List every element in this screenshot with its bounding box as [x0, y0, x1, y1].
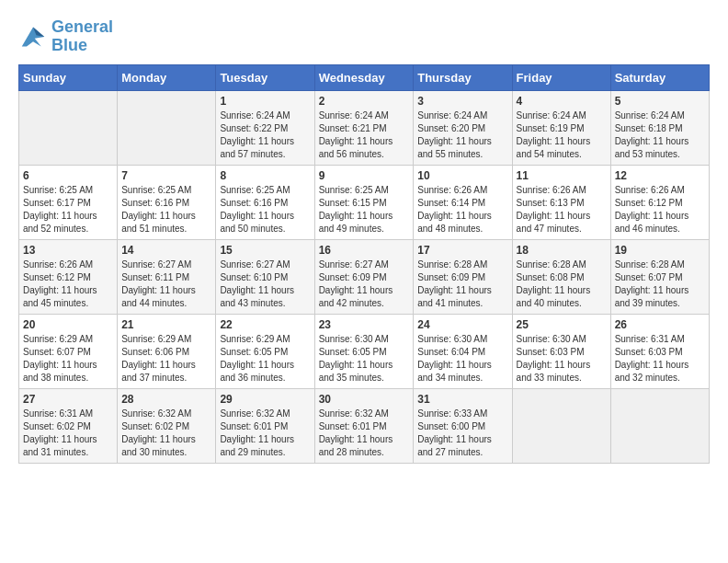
day-info: Sunrise: 6:26 AM Sunset: 6:13 PM Dayligh… — [517, 184, 607, 236]
day-info: Sunrise: 6:24 AM Sunset: 6:21 PM Dayligh… — [319, 109, 410, 161]
day-info: Sunrise: 6:25 AM Sunset: 6:16 PM Dayligh… — [121, 184, 211, 236]
day-number: 29 — [220, 393, 310, 406]
day-number: 3 — [417, 95, 507, 108]
day-info: Sunrise: 6:25 AM Sunset: 6:17 PM Dayligh… — [23, 184, 113, 236]
calendar-cell: 19Sunrise: 6:28 AM Sunset: 6:07 PM Dayli… — [610, 239, 709, 314]
day-info: Sunrise: 6:31 AM Sunset: 6:02 PM Dayligh… — [23, 408, 113, 459]
day-info: Sunrise: 6:30 AM Sunset: 6:03 PM Dayligh… — [517, 333, 607, 385]
day-info: Sunrise: 6:25 AM Sunset: 6:15 PM Dayligh… — [319, 184, 410, 236]
calendar-week-row: 20Sunrise: 6:29 AM Sunset: 6:07 PM Dayli… — [19, 314, 710, 388]
calendar-cell: 15Sunrise: 6:27 AM Sunset: 6:10 PM Dayli… — [216, 239, 314, 314]
day-info: Sunrise: 6:24 AM Sunset: 6:22 PM Dayligh… — [220, 109, 310, 161]
calendar-cell — [118, 90, 216, 165]
day-number: 21 — [121, 318, 211, 331]
calendar-cell: 6Sunrise: 6:25 AM Sunset: 6:17 PM Daylig… — [19, 165, 118, 239]
calendar-cell: 23Sunrise: 6:30 AM Sunset: 6:05 PM Dayli… — [314, 314, 414, 388]
calendar-cell: 1Sunrise: 6:24 AM Sunset: 6:22 PM Daylig… — [216, 90, 314, 165]
day-number: 18 — [517, 244, 607, 257]
calendar-cell: 24Sunrise: 6:30 AM Sunset: 6:04 PM Dayli… — [414, 314, 512, 388]
day-number: 26 — [615, 318, 705, 331]
day-header-tuesday: Tuesday — [216, 64, 314, 90]
day-number: 9 — [319, 169, 410, 182]
calendar-cell: 7Sunrise: 6:25 AM Sunset: 6:16 PM Daylig… — [118, 165, 216, 239]
day-info: Sunrise: 6:29 AM Sunset: 6:06 PM Dayligh… — [121, 333, 211, 385]
calendar-cell: 8Sunrise: 6:25 AM Sunset: 6:16 PM Daylig… — [216, 165, 314, 239]
calendar-cell: 14Sunrise: 6:27 AM Sunset: 6:11 PM Dayli… — [118, 239, 216, 314]
day-number: 23 — [319, 318, 410, 331]
day-number: 20 — [23, 318, 113, 331]
day-number: 5 — [615, 95, 705, 108]
calendar-table: SundayMondayTuesdayWednesdayThursdayFrid… — [18, 64, 710, 464]
calendar-cell: 13Sunrise: 6:26 AM Sunset: 6:12 PM Dayli… — [19, 239, 118, 314]
calendar-cell: 30Sunrise: 6:32 AM Sunset: 6:01 PM Dayli… — [314, 388, 414, 463]
day-number: 31 — [417, 393, 507, 406]
calendar-cell: 22Sunrise: 6:29 AM Sunset: 6:05 PM Dayli… — [216, 314, 314, 388]
day-info: Sunrise: 6:30 AM Sunset: 6:04 PM Dayligh… — [417, 333, 507, 385]
page-header: General Blue — [18, 18, 710, 55]
day-number: 10 — [417, 169, 507, 182]
day-info: Sunrise: 6:32 AM Sunset: 6:02 PM Dayligh… — [121, 408, 211, 459]
day-info: Sunrise: 6:26 AM Sunset: 6:12 PM Dayligh… — [23, 259, 113, 310]
calendar-cell: 12Sunrise: 6:26 AM Sunset: 6:12 PM Dayli… — [610, 165, 709, 239]
day-info: Sunrise: 6:28 AM Sunset: 6:09 PM Dayligh… — [417, 259, 507, 310]
day-info: Sunrise: 6:29 AM Sunset: 6:05 PM Dayligh… — [220, 333, 310, 385]
day-number: 6 — [23, 169, 113, 182]
day-header-friday: Friday — [512, 64, 610, 90]
day-info: Sunrise: 6:26 AM Sunset: 6:14 PM Dayligh… — [417, 184, 507, 236]
day-number: 24 — [417, 318, 507, 331]
day-info: Sunrise: 6:27 AM Sunset: 6:10 PM Dayligh… — [220, 259, 310, 310]
day-number: 22 — [220, 318, 310, 331]
day-header-monday: Monday — [118, 64, 216, 90]
calendar-cell: 4Sunrise: 6:24 AM Sunset: 6:19 PM Daylig… — [512, 90, 610, 165]
day-number: 4 — [517, 95, 607, 108]
calendar-cell: 3Sunrise: 6:24 AM Sunset: 6:20 PM Daylig… — [414, 90, 512, 165]
day-number: 25 — [517, 318, 607, 331]
calendar-week-row: 13Sunrise: 6:26 AM Sunset: 6:12 PM Dayli… — [19, 239, 710, 314]
day-number: 30 — [319, 393, 410, 406]
day-number: 1 — [220, 95, 310, 108]
calendar-cell: 29Sunrise: 6:32 AM Sunset: 6:01 PM Dayli… — [216, 388, 314, 463]
day-info: Sunrise: 6:31 AM Sunset: 6:03 PM Dayligh… — [615, 333, 705, 385]
calendar-cell: 16Sunrise: 6:27 AM Sunset: 6:09 PM Dayli… — [314, 239, 414, 314]
day-number: 15 — [220, 244, 310, 257]
logo: General Blue — [18, 18, 113, 55]
calendar-week-row: 6Sunrise: 6:25 AM Sunset: 6:17 PM Daylig… — [19, 165, 710, 239]
day-number: 13 — [23, 244, 113, 257]
calendar-cell: 18Sunrise: 6:28 AM Sunset: 6:08 PM Dayli… — [512, 239, 610, 314]
calendar-cell: 27Sunrise: 6:31 AM Sunset: 6:02 PM Dayli… — [19, 388, 118, 463]
day-number: 19 — [615, 244, 705, 257]
calendar-cell: 31Sunrise: 6:33 AM Sunset: 6:00 PM Dayli… — [414, 388, 512, 463]
calendar-cell: 25Sunrise: 6:30 AM Sunset: 6:03 PM Dayli… — [512, 314, 610, 388]
day-number: 8 — [220, 169, 310, 182]
day-info: Sunrise: 6:27 AM Sunset: 6:11 PM Dayligh… — [121, 259, 211, 310]
day-info: Sunrise: 6:25 AM Sunset: 6:16 PM Dayligh… — [220, 184, 310, 236]
day-info: Sunrise: 6:28 AM Sunset: 6:08 PM Dayligh… — [517, 259, 607, 310]
calendar-cell: 21Sunrise: 6:29 AM Sunset: 6:06 PM Dayli… — [118, 314, 216, 388]
calendar-week-row: 1Sunrise: 6:24 AM Sunset: 6:22 PM Daylig… — [19, 90, 710, 165]
day-header-saturday: Saturday — [610, 64, 709, 90]
day-info: Sunrise: 6:32 AM Sunset: 6:01 PM Dayligh… — [319, 408, 410, 459]
day-number: 14 — [121, 244, 211, 257]
calendar-cell — [610, 388, 709, 463]
day-header-sunday: Sunday — [19, 64, 118, 90]
calendar-cell — [19, 90, 118, 165]
calendar-cell: 20Sunrise: 6:29 AM Sunset: 6:07 PM Dayli… — [19, 314, 118, 388]
day-info: Sunrise: 6:24 AM Sunset: 6:18 PM Dayligh… — [615, 109, 705, 161]
day-info: Sunrise: 6:26 AM Sunset: 6:12 PM Dayligh… — [615, 184, 705, 236]
calendar-cell — [512, 388, 610, 463]
calendar-cell: 17Sunrise: 6:28 AM Sunset: 6:09 PM Dayli… — [414, 239, 512, 314]
day-header-thursday: Thursday — [414, 64, 512, 90]
calendar-cell: 28Sunrise: 6:32 AM Sunset: 6:02 PM Dayli… — [118, 388, 216, 463]
day-info: Sunrise: 6:28 AM Sunset: 6:07 PM Dayligh… — [615, 259, 705, 310]
day-info: Sunrise: 6:24 AM Sunset: 6:19 PM Dayligh… — [517, 109, 607, 161]
day-number: 27 — [23, 393, 113, 406]
calendar-cell: 5Sunrise: 6:24 AM Sunset: 6:18 PM Daylig… — [610, 90, 709, 165]
day-info: Sunrise: 6:24 AM Sunset: 6:20 PM Dayligh… — [417, 109, 507, 161]
logo-icon — [18, 24, 48, 50]
calendar-week-row: 27Sunrise: 6:31 AM Sunset: 6:02 PM Dayli… — [19, 388, 710, 463]
day-info: Sunrise: 6:33 AM Sunset: 6:00 PM Dayligh… — [417, 408, 507, 459]
day-info: Sunrise: 6:30 AM Sunset: 6:05 PM Dayligh… — [319, 333, 410, 385]
calendar-cell: 2Sunrise: 6:24 AM Sunset: 6:21 PM Daylig… — [314, 90, 414, 165]
day-number: 11 — [517, 169, 607, 182]
calendar-cell: 11Sunrise: 6:26 AM Sunset: 6:13 PM Dayli… — [512, 165, 610, 239]
